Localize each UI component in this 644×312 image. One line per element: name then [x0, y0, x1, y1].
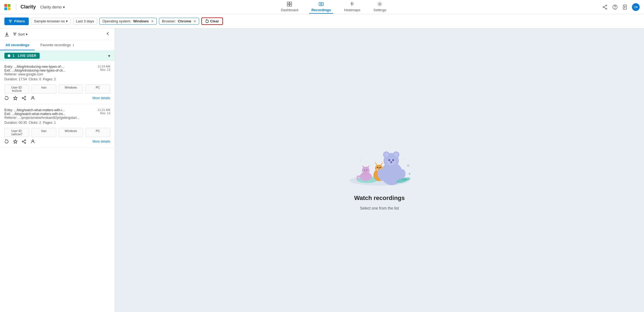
- download-icon[interactable]: [4, 32, 9, 37]
- watch-recordings-title: Watch recordings: [354, 195, 405, 202]
- tab-all-recordings[interactable]: All recordings: [0, 40, 35, 50]
- help-icon[interactable]: [612, 4, 618, 10]
- svg-point-57: [379, 167, 381, 169]
- recordings-list: Entry: .../blog/introducing-new-types-of…: [0, 61, 115, 312]
- nav-heatmaps[interactable]: Heatmaps: [342, 0, 362, 14]
- referrer: Referrer: .../projects/view/hnxkam92yt/g…: [4, 116, 79, 120]
- star-icon[interactable]: [13, 96, 18, 100]
- tab-info-icon: ℹ: [73, 43, 74, 47]
- svg-line-10: [604, 6, 606, 7]
- nav-right: U▾: [602, 3, 640, 11]
- svg-rect-3: [290, 4, 292, 6]
- settings-icon: [377, 1, 382, 7]
- svg-line-31: [23, 98, 25, 99]
- svg-point-6: [379, 3, 381, 5]
- browser-os-filter[interactable]: Sample-browser-os ▾: [31, 18, 71, 25]
- exit-path: Exit: .../blog/introducing-new-types-of-…: [4, 69, 65, 72]
- filters-button[interactable]: Filters: [4, 17, 29, 25]
- svg-point-35: [22, 141, 23, 142]
- clear-button[interactable]: Clear: [201, 17, 223, 25]
- svg-point-36: [25, 142, 26, 143]
- live-count: 1: [13, 54, 14, 58]
- nav-settings[interactable]: Settings: [371, 0, 388, 14]
- svg-point-56: [377, 167, 379, 169]
- os-filter-label: Operating system:: [102, 19, 131, 23]
- entry-path: Entry: .../blog/watch-what-matters-with-…: [4, 108, 79, 112]
- rec-time: 11:24 AM Nov. 13: [98, 65, 110, 71]
- svg-line-11: [604, 7, 606, 8]
- left-panel: Sort ▾ All recordings Favorite recording…: [0, 28, 115, 312]
- more-details-link[interactable]: More details: [92, 140, 110, 143]
- share-icon[interactable]: [602, 4, 608, 10]
- collapse-icon: [105, 31, 110, 36]
- svg-point-27: [25, 96, 26, 97]
- tab-favorite-recordings[interactable]: Favorite recordings ℹ: [35, 40, 79, 50]
- svg-point-28: [22, 98, 23, 99]
- replay-icon[interactable]: [4, 139, 9, 144]
- svg-point-73: [407, 164, 410, 167]
- device-tag: PC: [85, 84, 110, 94]
- more-details-link[interactable]: More details: [92, 96, 110, 100]
- recording-card[interactable]: Entry: .../blog/watch-what-matters-with-…: [0, 104, 115, 148]
- nav-dashboard[interactable]: Dashboard: [279, 0, 301, 14]
- ms-logo-red: [4, 4, 7, 7]
- app-name: Clarity: [21, 4, 36, 10]
- os-filter[interactable]: Operating system: Windows ✕: [99, 18, 156, 25]
- svg-point-8: [603, 7, 604, 8]
- share-recording-icon[interactable]: [22, 139, 26, 144]
- user-id-tag: User ID: 1a0cse7: [4, 128, 29, 137]
- svg-marker-33: [13, 140, 17, 143]
- live-badge: 1 LIVE USER: [4, 53, 40, 59]
- filter-bar: Filters Sample-browser-os ▾ Last 3 days …: [0, 14, 644, 28]
- svg-line-30: [23, 97, 25, 98]
- rec-stats: Duration: 00:35 Clicks: 2 Pages: 1: [4, 121, 79, 125]
- svg-point-66: [388, 159, 390, 161]
- os-tag: Windows: [59, 128, 83, 137]
- main-content: Sort ▾ All recordings Favorite recording…: [0, 28, 644, 312]
- svg-point-34: [25, 140, 26, 141]
- svg-point-13: [615, 8, 615, 8]
- project-selector[interactable]: Clarity demo ▾: [40, 5, 65, 9]
- rec-time: 11:21 AM Nov. 13: [98, 108, 110, 115]
- rec-stats: Duration: 17:54 Clicks: 0 Pages: 2: [4, 77, 65, 81]
- browser-filter[interactable]: Browser: Chrome ✕: [159, 18, 199, 25]
- watch-recordings-subtitle: Select one from the list: [360, 206, 399, 210]
- panel-toolbar: Sort ▾: [0, 28, 115, 40]
- right-panel: Watch recordings Select one from the lis…: [115, 28, 644, 312]
- browser-filter-close-icon[interactable]: ✕: [193, 19, 196, 23]
- os-tag: Windows: [59, 84, 83, 94]
- recording-card[interactable]: Entry: .../blog/introducing-new-types-of…: [0, 61, 115, 104]
- user-id-tag: User ID: tm2zcb: [4, 84, 29, 94]
- svg-point-9: [606, 8, 607, 9]
- live-bar-chevron-icon: ▾: [108, 53, 110, 58]
- location-tag: Iran: [31, 128, 56, 137]
- svg-point-48: [366, 169, 367, 170]
- share-recording-icon[interactable]: [22, 96, 26, 100]
- date-filter[interactable]: Last 3 days: [73, 18, 97, 25]
- svg-rect-1: [290, 2, 292, 4]
- svg-point-63: [384, 153, 388, 157]
- nav-center: Dashboard Recordings Heatmaps Settings: [67, 0, 600, 14]
- ms-logo-yellow: [8, 7, 10, 10]
- user-avatar[interactable]: U▾: [632, 3, 640, 11]
- nav-divider: [16, 4, 16, 10]
- top-navigation: Clarity Clarity demo ▾ Dashboard Recordi…: [0, 0, 644, 14]
- entry-path: Entry: .../blog/introducing-new-types-of…: [4, 65, 65, 69]
- collapse-panel-button[interactable]: [105, 31, 110, 37]
- replay-icon[interactable]: [4, 96, 9, 100]
- svg-line-37: [23, 140, 25, 141]
- docs-icon[interactable]: [622, 4, 628, 10]
- heatmaps-icon: [349, 1, 355, 7]
- svg-point-5: [320, 3, 322, 5]
- star-icon[interactable]: [13, 139, 18, 144]
- exit-path: Exit: .../blog/watch-what-matters-with-i…: [4, 112, 79, 116]
- os-filter-close-icon[interactable]: ✕: [151, 19, 154, 23]
- svg-point-7: [606, 5, 607, 6]
- user-icon[interactable]: [31, 96, 35, 100]
- svg-point-71: [359, 159, 361, 161]
- live-users-bar[interactable]: 1 LIVE USER ▾: [0, 51, 115, 61]
- sort-icon: [13, 32, 17, 36]
- nav-recordings[interactable]: Recordings: [309, 0, 333, 14]
- sort-button[interactable]: Sort ▾: [13, 32, 28, 36]
- user-icon[interactable]: [31, 139, 35, 144]
